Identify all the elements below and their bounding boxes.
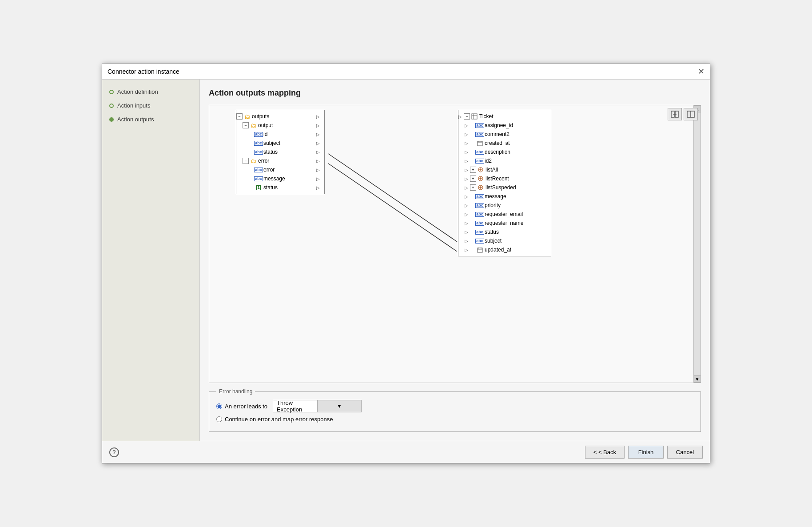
- radio-continue-on-error[interactable]: [216, 416, 222, 422]
- right-label-updated-at: updated_at: [485, 247, 511, 253]
- right-row-priority: ▷ abc priority: [458, 201, 551, 210]
- right-arrow-comment2: ▷: [465, 132, 468, 137]
- layout-icon-2: [687, 111, 695, 118]
- icon-subject-r: abc: [476, 237, 483, 244]
- expand-listrecent[interactable]: +: [470, 176, 476, 182]
- right-label-listall: listAll: [486, 167, 498, 173]
- right-label-assignee: assignee_id: [485, 122, 513, 128]
- back-button[interactable]: < < Back: [585, 446, 625, 459]
- radio-label-1[interactable]: An error leads to: [216, 403, 267, 410]
- icon-status-num: 1: [255, 184, 262, 191]
- radio-error-leads-to[interactable]: [216, 403, 222, 409]
- sidebar-dot-2: [109, 104, 114, 108]
- arrow-subject: ▷: [316, 141, 322, 146]
- scroll-down[interactable]: ▼: [694, 375, 701, 383]
- right-row-comment2: ▷ abc comment2: [458, 130, 551, 139]
- arrow-error-group: ▷: [316, 159, 322, 164]
- mapping-area: ▲ ▼: [209, 105, 701, 383]
- layout-btn-1[interactable]: [668, 108, 682, 120]
- error-row-1: An error leads to Throw Exception ▼: [216, 400, 693, 412]
- left-label-status: status: [263, 149, 278, 155]
- right-arrow-assignee: ▷: [465, 123, 468, 128]
- right-arrow-subject: ▷: [465, 239, 468, 244]
- left-row-subject: abc subject ▷: [236, 139, 324, 148]
- icon-listrecent: [477, 175, 484, 182]
- right-label-created-at: created_at: [485, 140, 510, 146]
- layout-btn-2[interactable]: [684, 108, 698, 120]
- list-icon-recent: [478, 176, 484, 182]
- error-dropdown[interactable]: Throw Exception ▼: [273, 400, 362, 412]
- expand-error[interactable]: −: [243, 158, 249, 164]
- left-label-error: error: [263, 167, 275, 173]
- icon-message-r: abc: [476, 193, 483, 200]
- right-arrow-priority: ▷: [465, 203, 468, 208]
- table-icon: [471, 113, 478, 120]
- right-arrow-updated-at: ▷: [465, 248, 468, 252]
- folder-icon-outputs: 🗂: [243, 113, 251, 120]
- right-row-ticket: ▷ − Ticket: [458, 112, 551, 121]
- icon-listsuspeded: [477, 184, 484, 191]
- radio-label-1-text: An error leads to: [225, 403, 267, 410]
- sidebar-item-action-inputs[interactable]: Action inputs: [109, 102, 192, 109]
- right-arrow-requester-name: ▷: [465, 221, 468, 226]
- icon-message: abc: [255, 175, 262, 182]
- left-label-id: id: [263, 131, 267, 137]
- right-arrow-listsuspeded: ▷: [465, 185, 468, 190]
- expand-listall[interactable]: +: [470, 167, 476, 173]
- icon-comment2: abc: [476, 131, 483, 138]
- left-row-error: abc error ▷: [236, 165, 324, 174]
- folder-icon-error: 🗂: [250, 157, 257, 164]
- error-handling-section: Error handling An error leads to Throw E…: [209, 388, 701, 432]
- left-row-outputs: − 🗂 outputs ▷: [236, 112, 324, 121]
- icon-ticket: [471, 113, 478, 120]
- sidebar-label-1: Action definition: [117, 88, 158, 95]
- dialog: Connector action instance ✕ Action defin…: [102, 64, 710, 463]
- sidebar-label-3: Action outputs: [117, 116, 154, 123]
- arrow-status-num: ▷: [316, 185, 322, 190]
- body: Action definition Action inputs Action o…: [102, 80, 710, 441]
- right-row-status: ▷ abc status: [458, 228, 551, 236]
- dropdown-arrow[interactable]: ▼: [317, 400, 362, 412]
- cancel-button[interactable]: Cancel: [667, 446, 703, 459]
- main-content: Action outputs mapping: [200, 80, 710, 441]
- right-row-requester-email: ▷ abc requester_email: [458, 210, 551, 219]
- right-arrow-listall: ▷: [465, 168, 468, 172]
- sidebar-item-action-outputs[interactable]: Action outputs: [109, 116, 192, 123]
- sidebar-item-action-definition[interactable]: Action definition: [109, 88, 192, 95]
- arrow-message: ▷: [316, 176, 322, 181]
- icon-status-r: abc: [476, 228, 483, 236]
- sidebar-dot-3: [109, 117, 114, 122]
- right-row-listrecent: ▷ + listRecent: [458, 174, 551, 183]
- right-label-requester-email: requester_email: [485, 211, 523, 217]
- finish-button[interactable]: Finish: [628, 446, 664, 459]
- left-label-output: output: [258, 122, 273, 128]
- right-arrow-listrecent: ▷: [465, 176, 468, 181]
- close-button[interactable]: ✕: [698, 68, 705, 76]
- help-icon[interactable]: ?: [109, 447, 119, 457]
- expand-listsuspeded[interactable]: +: [470, 184, 476, 191]
- right-row-message: ▷ abc message: [458, 192, 551, 201]
- date-icon-created: [477, 140, 483, 146]
- right-row-listall: ▷ + listAll: [458, 165, 551, 174]
- right-label-requester-name: requester_name: [485, 220, 523, 226]
- right-label-status: status: [485, 229, 499, 235]
- left-label-status-num: status: [263, 184, 278, 191]
- icon-requester-name: abc: [476, 220, 483, 227]
- icon-id2: abc: [476, 157, 483, 164]
- right-label-message: message: [485, 193, 506, 200]
- expand-ticket[interactable]: −: [464, 113, 470, 120]
- scrollbar[interactable]: ▲ ▼: [693, 105, 701, 383]
- expand-output[interactable]: −: [243, 122, 249, 128]
- left-label-error-group: error: [258, 158, 269, 164]
- expand-outputs[interactable]: −: [236, 113, 243, 120]
- icon-priority: abc: [476, 202, 483, 209]
- right-arrow-requester-email: ▷: [465, 212, 468, 217]
- right-label-ticket: Ticket: [479, 113, 494, 120]
- error-row-2: Continue on error and map error response: [216, 416, 693, 423]
- svg-rect-10: [478, 141, 482, 146]
- right-row-id2: ▷ abc id2: [458, 156, 551, 165]
- right-label-priority: priority: [485, 202, 501, 208]
- radio-label-2[interactable]: Continue on error and map error response: [216, 416, 333, 423]
- error-handling-legend: Error handling: [216, 388, 255, 395]
- list-icon-suspeded: [478, 184, 484, 191]
